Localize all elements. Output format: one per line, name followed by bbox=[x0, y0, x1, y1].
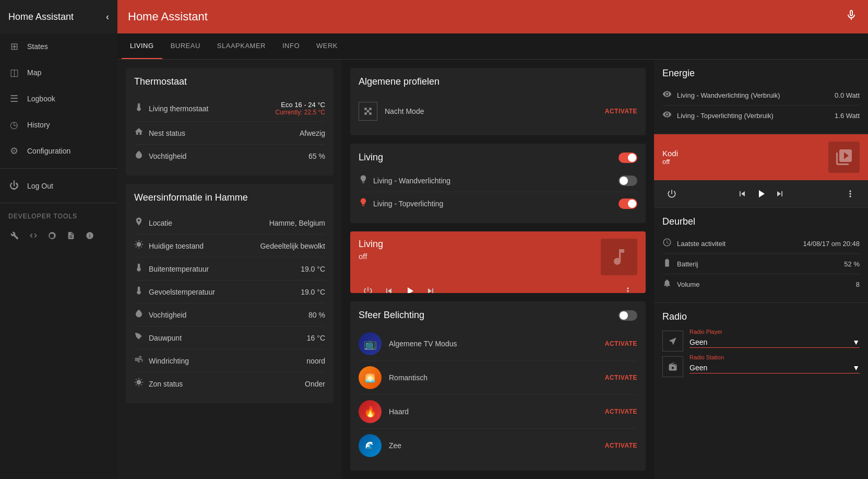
tab-werk[interactable]: WERK bbox=[308, 33, 346, 59]
locatie-label: Locatie bbox=[149, 219, 269, 227]
living-media-state: off bbox=[359, 252, 601, 261]
humidity-label: Vochtigheid bbox=[149, 152, 308, 160]
dev-icon-file[interactable] bbox=[63, 227, 79, 244]
dev-icon-wrench[interactable] bbox=[6, 227, 23, 244]
living-media-title: Living bbox=[359, 239, 601, 250]
living-more-btn[interactable] bbox=[619, 282, 637, 293]
radio-station-value: Geen bbox=[689, 364, 707, 372]
config-icon: ⚙ bbox=[8, 145, 20, 157]
scene-haard-label: Haard bbox=[389, 407, 605, 416]
locatie-value: Hamme, Belgium bbox=[269, 219, 325, 227]
scene-zee-activate[interactable]: ACTIVATE bbox=[605, 442, 637, 449]
content-area: Thermostaat Living thermostaat Eco 16 - … bbox=[117, 60, 868, 479]
living-power-btn[interactable] bbox=[359, 282, 377, 293]
tab-slaapkamer[interactable]: SLAAPKAMER bbox=[209, 33, 274, 59]
vochtigheid-w-label: Vochtigheid bbox=[149, 311, 308, 319]
cloud-icon bbox=[134, 240, 149, 252]
batterij-value: 52 % bbox=[844, 260, 860, 268]
vochtigheid-w-icon bbox=[134, 309, 149, 321]
living-media-card: Living off bbox=[350, 231, 646, 293]
sidebar: Home Assistant ‹ ⊞ States ◫ Map ☰ Logboo… bbox=[0, 0, 117, 479]
nacht-mode-activate[interactable]: ACTIVATE bbox=[605, 108, 637, 115]
sidebar-item-configuration[interactable]: ⚙ Configuration bbox=[0, 138, 117, 164]
radio-player-field: Radio Player Geen ▼ bbox=[689, 329, 860, 354]
tab-living[interactable]: LIVING bbox=[122, 33, 162, 59]
radio-player-label: Radio Player bbox=[689, 329, 860, 335]
dev-icon-radio[interactable] bbox=[44, 227, 61, 244]
scene-haard-activate[interactable]: ACTIVATE bbox=[605, 408, 637, 415]
nest-value: Afwezig bbox=[300, 129, 325, 137]
scene-tv-row: 📺 Algemene TV Modus ACTIVATE bbox=[359, 327, 637, 361]
batterij-label: Batterij bbox=[677, 260, 844, 268]
radio-station-chevron: ▼ bbox=[852, 364, 860, 372]
scene-tv-activate[interactable]: ACTIVATE bbox=[605, 340, 637, 347]
tab-bureau[interactable]: BUREAU bbox=[162, 33, 209, 59]
deurbel-section: Deurbel Laatste activiteit 14/08/17 om 2… bbox=[654, 208, 868, 303]
living-title: Living bbox=[359, 152, 619, 163]
sidebar-item-map-label: Map bbox=[27, 68, 41, 77]
energie-title: Energie bbox=[662, 68, 860, 79]
sfeer-header: Sfeer Belichting bbox=[359, 310, 637, 321]
deurbel-batterij: Batterij 52 % bbox=[662, 254, 860, 274]
radio-station-field-inner: Radio Station Geen ▼ bbox=[689, 354, 860, 373]
scene-tv-thumb: 📺 bbox=[359, 332, 382, 355]
radio-station-select[interactable]: Geen ▼ bbox=[689, 363, 860, 373]
topverlichting-toggle[interactable] bbox=[619, 198, 637, 209]
bell-icon bbox=[662, 278, 677, 290]
deurbel-activiteit: Laatste activiteit 14/08/17 om 20:48 bbox=[662, 233, 860, 254]
living-next-btn[interactable] bbox=[421, 282, 440, 293]
living-play-btn[interactable] bbox=[400, 282, 419, 293]
radio-player-select[interactable]: Geen ▼ bbox=[689, 337, 860, 348]
sidebar-divider-2 bbox=[0, 203, 117, 203]
deurbel-volume: Volume 8 bbox=[662, 274, 860, 294]
right-column: Energie Living - Wandverlichting (Verbru… bbox=[654, 60, 868, 479]
living-prev-btn[interactable] bbox=[379, 282, 398, 293]
radio-station-label: Radio Station bbox=[689, 354, 860, 360]
dev-icon-code[interactable] bbox=[25, 227, 42, 244]
sfeer-belichting-card: Sfeer Belichting 📺 Algemene TV Modus ACT… bbox=[350, 301, 646, 471]
left-column: Thermostaat Living thermostaat Eco 16 - … bbox=[117, 60, 342, 479]
kodi-power-btn[interactable] bbox=[662, 184, 681, 203]
living-media-info: Living off bbox=[359, 239, 601, 261]
topbar-title: Home Assistant bbox=[128, 10, 208, 24]
kodi-next-btn[interactable] bbox=[770, 184, 789, 203]
radio-station-row: Radio Station Geen ▼ bbox=[662, 354, 860, 380]
energie-value-0: 0.0 Watt bbox=[835, 91, 860, 99]
sidebar-item-history[interactable]: ◷ History bbox=[0, 112, 117, 138]
sidebar-item-states[interactable]: ⊞ States bbox=[0, 33, 117, 60]
history-icon: ◷ bbox=[8, 119, 20, 131]
living-media-controls bbox=[350, 279, 646, 293]
kodi-prev-btn[interactable] bbox=[733, 184, 752, 203]
scene-romantic-row: 🌅 Romantisch ACTIVATE bbox=[359, 361, 637, 395]
weather-wind: Windrichting noord bbox=[134, 349, 325, 372]
radio-title: Radio bbox=[662, 311, 860, 322]
living-media-top: Living off bbox=[350, 231, 646, 279]
radio-player-row: Radio Player Geen ▼ bbox=[662, 329, 860, 354]
middle-column: Algemene profielen Nacht Mode ACTIVATE L… bbox=[342, 60, 654, 479]
kodi-play-btn[interactable] bbox=[752, 184, 770, 203]
map-icon: ◫ bbox=[8, 67, 20, 78]
wandverlichting-toggle[interactable] bbox=[619, 176, 637, 186]
sidebar-item-logout[interactable]: ⏻ Log Out bbox=[0, 173, 117, 198]
sidebar-toggle-icon[interactable]: ‹ bbox=[106, 11, 109, 22]
sidebar-item-logbook[interactable]: ☰ Logbook bbox=[0, 86, 117, 112]
radio-section: Radio Radio Player Geen ▼ bbox=[654, 303, 868, 388]
weather-locatie: Locatie Hamme, Belgium bbox=[134, 212, 325, 235]
weather-dauwpunt: Dauwpunt 16 °C bbox=[134, 326, 325, 349]
tab-info[interactable]: INFO bbox=[274, 33, 308, 59]
kodi-more-btn[interactable] bbox=[841, 184, 860, 203]
sfeer-toggle[interactable] bbox=[619, 310, 637, 321]
sidebar-item-history-label: History bbox=[27, 121, 50, 129]
deurbel-title: Deurbel bbox=[662, 216, 860, 227]
gevoels-label: Gevoelstemperatuur bbox=[149, 288, 301, 296]
dev-icon-info[interactable] bbox=[81, 227, 98, 244]
scene-romantic-activate[interactable]: ACTIVATE bbox=[605, 374, 637, 381]
mic-icon[interactable] bbox=[845, 9, 858, 25]
living-toggle[interactable] bbox=[619, 153, 637, 163]
kodi-info: Kodi off bbox=[662, 149, 828, 166]
sidebar-item-map[interactable]: ◫ Map bbox=[0, 60, 117, 86]
weather-buiten: Buitentemperatuur 19.0 °C bbox=[134, 258, 325, 281]
weather-zon: Zon status Onder bbox=[134, 372, 325, 395]
scene-zee-row: 🌊 Zee ACTIVATE bbox=[359, 429, 637, 462]
sidebar-item-configuration-label: Configuration bbox=[27, 147, 70, 155]
